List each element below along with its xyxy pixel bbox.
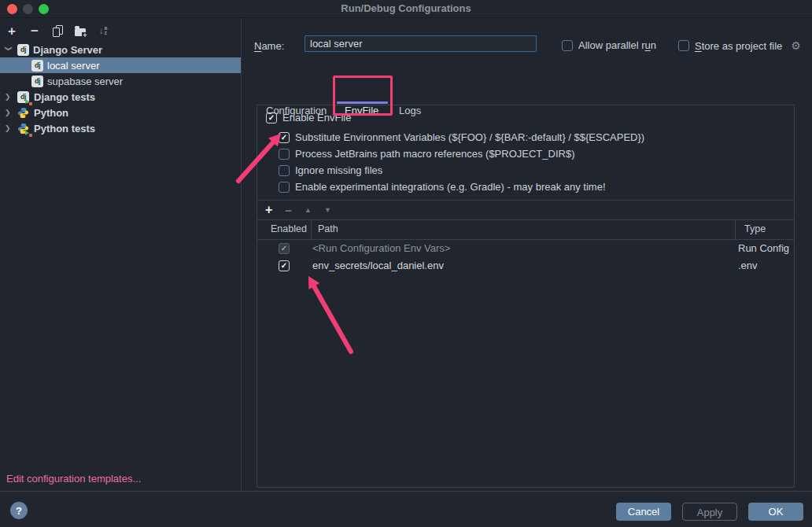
experimental-integrations-checkbox[interactable]: Enable experimental integrations (e.g. G… xyxy=(279,181,606,193)
django-tests-icon: dj xyxy=(17,91,29,103)
substitute-env-vars-label: Substitute Environment Variables (${FOO}… xyxy=(295,131,644,143)
enable-envfile-label: Enable EnvFile xyxy=(282,112,351,123)
django-icon: dj xyxy=(31,76,43,87)
experimental-integrations-label: Enable experimental integrations (e.g. G… xyxy=(295,181,606,193)
ok-button[interactable]: OK xyxy=(748,503,803,521)
tree-item-python-tests[interactable]: ❯ Python tests xyxy=(0,120,241,136)
row-type: Run Config xyxy=(738,242,789,254)
move-up-button[interactable]: ▲ xyxy=(304,207,312,214)
column-header-enabled[interactable]: Enabled xyxy=(271,223,307,234)
allow-parallel-run-checkbox[interactable]: Allow parallel run xyxy=(562,39,656,51)
add-configuration-button[interactable]: + xyxy=(5,24,19,38)
checkbox-icon[interactable] xyxy=(279,182,290,193)
checkbox-icon[interactable] xyxy=(678,40,689,51)
minus-icon: − xyxy=(31,24,39,38)
tree-item-label: Django tests xyxy=(34,91,95,103)
table-row[interactable]: ✓ env_secrets/local_daniel.env .env xyxy=(257,257,794,275)
chevron-right-icon[interactable]: ❯ xyxy=(5,120,13,136)
process-path-macro-checkbox[interactable]: Process JetBrains path macro references … xyxy=(279,148,574,160)
tree-item-label: Python tests xyxy=(34,123,95,135)
run-debug-configurations-dialog: Run/Debug Configurations + − + ↓ az ❯ dj… xyxy=(0,0,812,527)
selected-tab-underline xyxy=(337,101,388,104)
cancel-button[interactable]: Cancel xyxy=(616,503,671,521)
envfile-table-toolbar: + − ▲ ▼ xyxy=(257,200,794,220)
envfile-table: + − ▲ ▼ Enabled Path Type ✓ <Run Configu… xyxy=(257,200,794,275)
ignore-missing-files-label: Ignore missing files xyxy=(295,164,382,176)
django-icon: dj xyxy=(31,60,43,72)
tree-item-label: supabase server xyxy=(47,76,123,87)
checkbox-checked-disabled-icon: ✓ xyxy=(279,243,290,254)
row-path: <Run Configuration Env Vars> xyxy=(312,242,450,254)
store-as-project-file-checkbox[interactable]: Store as project file ⚙ xyxy=(678,39,801,52)
tree-item-supabase-server[interactable]: dj supabase server xyxy=(0,73,241,89)
checkbox-icon[interactable] xyxy=(562,40,573,51)
checkbox-checked-icon[interactable]: ✓ xyxy=(279,132,290,143)
checkbox-icon[interactable] xyxy=(279,165,290,176)
python-icon xyxy=(17,107,29,119)
name-label: Name: xyxy=(254,40,284,52)
chevron-right-icon[interactable]: ❯ xyxy=(5,105,13,120)
new-folder-icon: + xyxy=(75,28,86,36)
footer: ? Cancel Apply OK xyxy=(0,492,812,527)
add-file-button[interactable]: + xyxy=(265,204,272,216)
column-divider xyxy=(735,220,736,239)
column-header-path[interactable]: Path xyxy=(318,223,338,234)
new-folder-button[interactable]: + xyxy=(73,24,87,38)
copy-icon xyxy=(53,25,62,36)
python-tests-icon xyxy=(17,123,29,135)
sidebar-toolbar: + − + ↓ az xyxy=(0,21,110,40)
tree-item-python[interactable]: ❯ Python xyxy=(0,105,241,120)
window-title: Run/Debug Configurations xyxy=(0,2,812,14)
remove-configuration-button[interactable]: − xyxy=(28,24,42,38)
column-header-type[interactable]: Type xyxy=(744,223,766,234)
ignore-missing-files-checkbox[interactable]: Ignore missing files xyxy=(279,164,382,176)
sort-icon: ↓ az xyxy=(99,26,108,35)
titlebar: Run/Debug Configurations xyxy=(0,0,812,18)
sort-configurations-button[interactable]: ↓ az xyxy=(96,24,110,38)
enable-envfile-checkbox[interactable]: ✓ Enable EnvFile xyxy=(266,112,351,123)
envfile-tab-content: ✓ Enable EnvFile ✓ Substitute Environmen… xyxy=(257,105,795,488)
chevron-down-icon[interactable]: ❯ xyxy=(1,46,17,53)
row-path: env_secrets/local_daniel.env xyxy=(312,260,444,271)
copy-configuration-button[interactable] xyxy=(50,24,65,38)
apply-button[interactable]: Apply xyxy=(682,503,737,521)
plus-icon: + xyxy=(8,24,16,38)
move-down-button[interactable]: ▼ xyxy=(324,207,331,214)
store-as-project-file-label: Store as project file xyxy=(695,40,782,52)
gear-icon[interactable]: ⚙ xyxy=(791,39,801,52)
checkbox-checked-icon[interactable]: ✓ xyxy=(279,260,290,271)
allow-parallel-run-label: Allow parallel run xyxy=(578,39,656,51)
name-input[interactable] xyxy=(304,35,537,52)
sidebar: + − + ↓ az ❯ dj Django Server dj local s… xyxy=(0,18,241,491)
process-path-macro-label: Process JetBrains path macro references … xyxy=(295,148,574,160)
column-divider xyxy=(311,220,312,239)
tree-item-local-server[interactable]: dj local server xyxy=(0,57,241,73)
tree-item-label: local server xyxy=(47,60,99,72)
tree-item-django-tests[interactable]: ❯ dj Django tests xyxy=(0,89,241,105)
remove-file-button[interactable]: − xyxy=(285,205,292,216)
help-button[interactable]: ? xyxy=(10,502,28,519)
chevron-right-icon[interactable]: ❯ xyxy=(5,89,13,105)
main-panel: Name: Allow parallel run Store as projec… xyxy=(242,17,812,491)
checkbox-checked-icon[interactable]: ✓ xyxy=(266,112,277,123)
tree-item-django-server[interactable]: ❯ dj Django Server xyxy=(0,42,241,57)
tree-item-label: Django Server xyxy=(33,44,102,56)
substitute-env-vars-checkbox[interactable]: ✓ Substitute Environment Variables (${FO… xyxy=(279,131,644,143)
tree-item-label: Python xyxy=(34,107,68,119)
checkbox-icon[interactable] xyxy=(279,149,290,160)
table-row[interactable]: ✓ <Run Configuration Env Vars> Run Confi… xyxy=(257,240,794,257)
django-icon: dj xyxy=(17,44,29,56)
envfile-table-header: Enabled Path Type xyxy=(257,220,794,240)
row-type: .env xyxy=(738,260,758,271)
edit-configuration-templates-link[interactable]: Edit configuration templates... xyxy=(6,473,141,485)
